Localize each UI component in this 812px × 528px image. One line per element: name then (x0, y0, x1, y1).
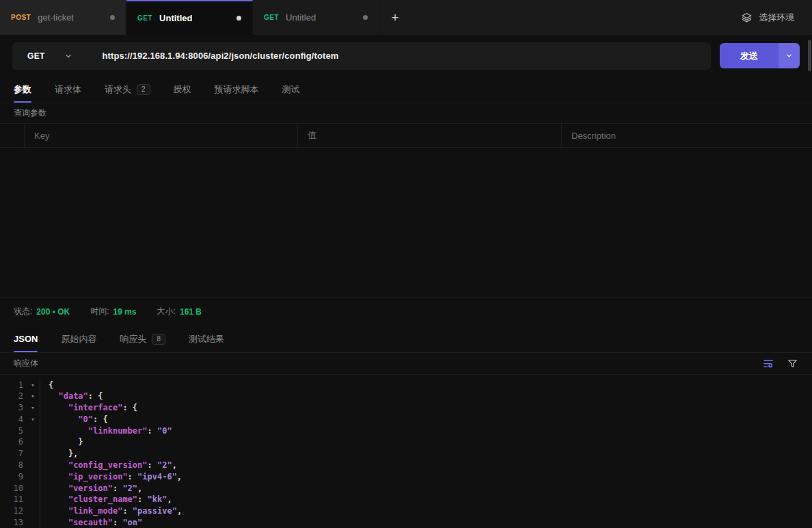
tab-title: get-ticket (38, 12, 74, 23)
time-label: 时间: (90, 306, 109, 317)
fold-toggle-icon (26, 460, 40, 471)
tab-request-label: 授权 (174, 83, 191, 96)
request-bar: GET https://192.168.1.94:8006/api2/json/… (0, 35, 812, 77)
line-number: 11 (0, 494, 26, 505)
filter-icon[interactable] (787, 358, 798, 369)
method-badge: GET (264, 14, 279, 21)
tab-request-0[interactable]: 参数 (14, 77, 31, 103)
count-badge: 2 (137, 84, 150, 95)
line-number: 1 (0, 380, 26, 391)
token-pun: : (148, 426, 157, 436)
method-badge: GET (137, 14, 152, 22)
fold-toggle-icon[interactable]: ▾ (26, 391, 40, 402)
fold-toggle-icon (26, 448, 40, 460)
unsaved-dot-icon (363, 15, 368, 20)
tab-request-3[interactable]: 授权 (174, 77, 191, 103)
token-pun (49, 472, 68, 481)
fold-toggle-icon (26, 436, 40, 448)
token-key: "secauth" (68, 518, 113, 527)
token-key: "ip_version" (68, 472, 128, 481)
request-tabs: 参数请求体请求头2授权预请求脚本测试 (0, 77, 812, 103)
token-pun (49, 426, 88, 436)
token-key: "config_version" (68, 460, 148, 470)
tab-request-1[interactable]: 请求体 (55, 77, 81, 103)
token-pun (49, 518, 68, 527)
token-pun: }, (49, 449, 78, 458)
tab-request-label: 请求体 (55, 83, 81, 96)
params-table-header: Key 值 Description (0, 124, 812, 148)
token-pun: , (177, 506, 182, 516)
status-value: 200 • OK (36, 307, 70, 317)
scrollbar-thumb[interactable] (808, 40, 811, 71)
response-body-code[interactable]: 1▾{2▾ "data": {3▾ "interface": {4▾ "0": … (0, 375, 812, 528)
environment-selector[interactable]: 选择环境 (723, 0, 812, 35)
code-text: "linknumber": "0" (40, 425, 812, 437)
send-button[interactable]: 发送 (720, 43, 779, 68)
line-number: 9 (0, 471, 26, 483)
code-line: 10 "version": "2", (0, 483, 812, 494)
code-line: 6 } (0, 436, 812, 448)
line-number: 12 (0, 505, 26, 517)
token-pun (49, 403, 68, 412)
line-number: 3 (0, 402, 26, 414)
tab-response-label: JSON (14, 334, 38, 344)
token-pun: } (49, 437, 83, 447)
token-pun: , (137, 484, 142, 493)
layers-icon (741, 12, 753, 23)
token-key: "linknumber" (88, 426, 148, 436)
code-line: 1▾{ (0, 380, 812, 391)
request-tab-0[interactable]: POSTget-ticket (0, 0, 126, 35)
code-text: "cluster_name": "kk", (40, 494, 812, 505)
request-tab-2[interactable]: GETUntitled (253, 0, 379, 35)
size-value: 161 B (180, 307, 202, 317)
fold-toggle-icon (26, 483, 40, 494)
tab-request-label: 参数 (14, 83, 31, 96)
token-str: "ipv4-6" (137, 472, 177, 481)
tab-request-5[interactable]: 测试 (282, 77, 300, 103)
method-label: GET (27, 51, 45, 61)
tab-request-4[interactable]: 预请求脚本 (215, 77, 259, 103)
tab-response-label: 测试结果 (189, 333, 224, 345)
line-number: 10 (0, 483, 26, 494)
chevron-down-icon (64, 52, 72, 60)
tab-response-label: 响应头 (120, 333, 146, 345)
new-tab-button[interactable]: + (379, 0, 411, 35)
app-window: POSTget-ticketGETUntitledGETUntitled + 选… (0, 0, 812, 528)
param-key-input[interactable]: Key (25, 124, 298, 147)
tab-request-label: 请求头 (105, 83, 131, 96)
count-badge: 8 (152, 334, 165, 345)
token-pun: : { (122, 403, 137, 412)
fold-toggle-icon[interactable]: ▾ (26, 414, 40, 425)
response-body-header: 响应体 (0, 353, 812, 375)
line-number: 6 (0, 436, 26, 448)
param-description-input[interactable]: Description (562, 124, 812, 147)
send-options-button[interactable] (779, 43, 800, 68)
param-value-input[interactable]: 值 (298, 124, 562, 147)
tab-response-1[interactable]: 原始内容 (61, 326, 96, 352)
token-pun: : { (93, 414, 108, 424)
fold-toggle-icon (26, 494, 40, 505)
token-pun: : (148, 460, 157, 470)
code-text: } (40, 436, 812, 448)
request-tab-1[interactable]: GETUntitled (126, 0, 253, 35)
token-key: "0" (78, 414, 93, 424)
status-badge: 状态: 200 • OK (14, 306, 70, 317)
token-pun (49, 391, 58, 401)
token-str: "on" (122, 518, 142, 527)
tab-response-3[interactable]: 测试结果 (189, 326, 224, 352)
tab-response-0[interactable]: JSON (14, 326, 38, 352)
code-text: }, (40, 448, 812, 460)
status-label: 状态: (14, 306, 32, 317)
fold-toggle-icon[interactable]: ▾ (26, 402, 40, 414)
url-input[interactable]: https://192.168.1.94:8006/api2/json/clus… (103, 51, 339, 61)
wrap-lines-icon[interactable] (762, 357, 774, 369)
unsaved-dot-icon (110, 15, 115, 20)
size-label: 大小: (157, 306, 176, 317)
size-badge: 大小: 161 B (157, 306, 202, 317)
tab-request-2[interactable]: 请求头2 (105, 77, 150, 103)
token-pun: : (128, 472, 137, 481)
tab-response-2[interactable]: 响应头8 (120, 326, 165, 352)
fold-toggle-icon[interactable]: ▾ (26, 380, 40, 391)
token-str: "passive" (133, 506, 177, 516)
method-select[interactable]: GET (12, 51, 87, 61)
